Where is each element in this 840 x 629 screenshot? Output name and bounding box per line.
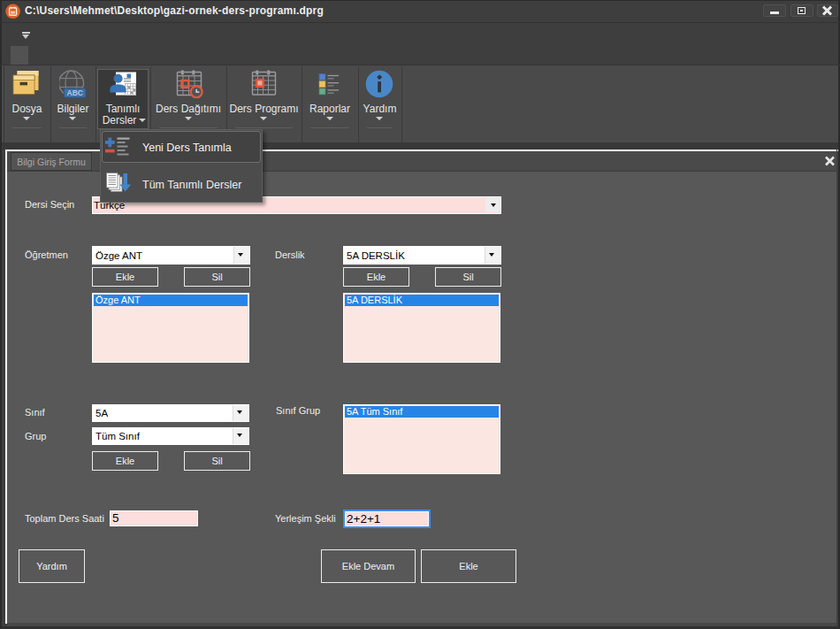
svg-text:ABC: ABC	[67, 88, 83, 97]
